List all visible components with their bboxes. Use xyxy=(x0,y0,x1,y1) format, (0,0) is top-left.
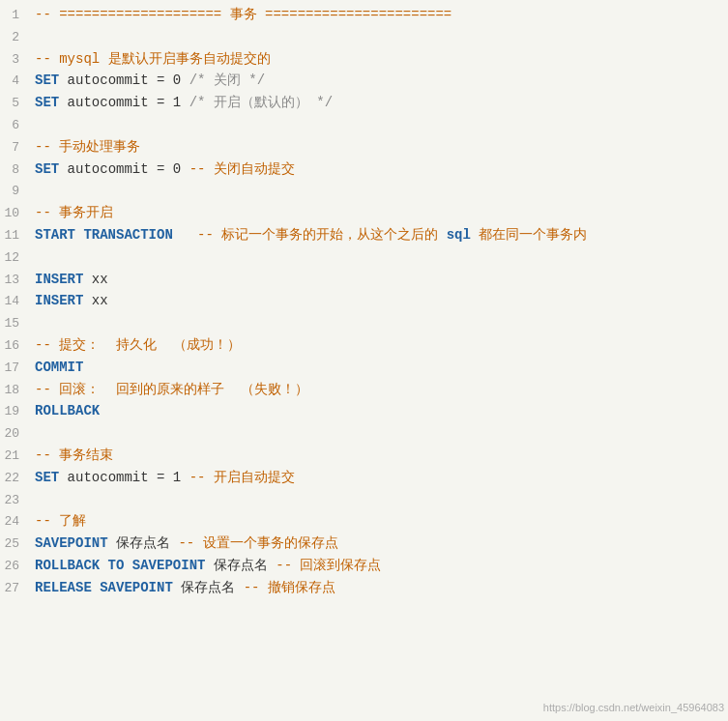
line-content: RELEASE SAVEPOINT 保存点名 -- 撤销保存点 xyxy=(31,577,728,598)
line-content: COMMIT xyxy=(31,357,728,378)
line-number: 18 xyxy=(0,381,31,401)
token: ROLLBACK TO SAVEPOINT xyxy=(35,558,205,573)
line-content xyxy=(31,26,728,47)
line-number: 25 xyxy=(0,534,31,555)
code-line: 17COMMIT xyxy=(0,357,728,379)
line-content: -- 提交： 持久化 （成功！） xyxy=(31,334,728,356)
code-line: 8SET autocommit = 0 -- 关闭自动提交 xyxy=(0,159,728,181)
token: RELEASE SAVEPOINT xyxy=(35,580,173,595)
line-number: 7 xyxy=(0,138,31,159)
line-number: 23 xyxy=(0,491,31,511)
line-content: -- ==================== 事务 =============… xyxy=(31,4,728,25)
line-number: 20 xyxy=(0,424,31,445)
line-number: 4 xyxy=(0,72,31,92)
token: -- mysql 是默认开启事务自动提交的 xyxy=(35,51,271,67)
code-line: 1-- ==================== 事务 ============… xyxy=(0,4,728,26)
line-number: 26 xyxy=(0,557,31,577)
line-content: ROLLBACK TO SAVEPOINT 保存点名 -- 回滚到保存点 xyxy=(31,555,728,576)
token: 保存点名 xyxy=(108,535,179,551)
line-number: 13 xyxy=(0,271,31,291)
line-content xyxy=(31,422,728,444)
line-number: 6 xyxy=(0,116,31,136)
line-number: 19 xyxy=(0,402,31,422)
code-line: 26ROLLBACK TO SAVEPOINT 保存点名 -- 回滚到保存点 xyxy=(0,555,728,577)
code-line: 18-- 回滚： 回到的原来的样子 （失败！） xyxy=(0,379,728,401)
line-number: 15 xyxy=(0,314,31,334)
code-line: 2 xyxy=(0,26,728,48)
line-number: 24 xyxy=(0,512,31,533)
token: autocommit = 1 xyxy=(59,470,189,485)
token: SET xyxy=(35,72,59,88)
code-editor: 1-- ==================== 事务 ============… xyxy=(0,0,728,721)
token: /* 开启（默认的） */ xyxy=(189,95,333,110)
line-number: 3 xyxy=(0,50,31,71)
token: -- 标记一个事务的开始，从这个之后的 xyxy=(173,227,447,243)
code-line: 24-- 了解 xyxy=(0,510,728,533)
token: /* 关闭 */ xyxy=(189,72,265,88)
line-content: SET autocommit = 1 -- 开启自动提交 xyxy=(31,467,728,488)
token: autocommit = 1 xyxy=(59,95,189,110)
token: INSERT xyxy=(35,293,83,308)
line-content: START TRANSACTION -- 标记一个事务的开始，从这个之后的 sq… xyxy=(31,224,728,245)
code-line: 7-- 手动处理事务 xyxy=(0,136,728,159)
line-content: SET autocommit = 0 -- 关闭自动提交 xyxy=(31,159,728,180)
line-content: -- 回滚： 回到的原来的样子 （失败！） xyxy=(31,379,728,400)
code-line: 6 xyxy=(0,114,728,136)
code-line: 15 xyxy=(0,312,728,334)
token: -- 撤销保存点 xyxy=(244,580,335,595)
token: ROLLBACK xyxy=(35,403,100,418)
token: -- 回滚： 回到的原来的样子 （失败！） xyxy=(35,382,308,397)
token: -- 设置一个事务的保存点 xyxy=(178,535,337,551)
line-number: 27 xyxy=(0,579,31,599)
line-number: 1 xyxy=(0,6,31,26)
code-line: 13INSERT xx xyxy=(0,269,728,291)
token: -- 回滚到保存点 xyxy=(276,558,381,573)
code-line: 19ROLLBACK xyxy=(0,400,728,422)
line-content: INSERT xx xyxy=(31,269,728,290)
token: START TRANSACTION xyxy=(35,227,173,243)
token: SET xyxy=(35,95,59,110)
line-content: SET autocommit = 0 /* 关闭 */ xyxy=(31,70,728,91)
token: SAVEPOINT xyxy=(35,535,108,551)
code-line: 9 xyxy=(0,180,728,202)
line-content xyxy=(31,246,728,268)
token: INSERT xyxy=(35,272,83,287)
line-number: 2 xyxy=(0,28,31,48)
line-number: 14 xyxy=(0,292,31,312)
code-line: 11START TRANSACTION -- 标记一个事务的开始，从这个之后的 … xyxy=(0,224,728,246)
line-content xyxy=(31,180,728,201)
line-content: -- 手动处理事务 xyxy=(31,136,728,158)
token: -- 关闭自动提交 xyxy=(189,161,295,177)
line-number: 12 xyxy=(0,248,31,269)
token: SET xyxy=(35,470,59,485)
token: -- 手动处理事务 xyxy=(35,139,140,155)
line-content xyxy=(31,114,728,135)
line-number: 8 xyxy=(0,160,31,181)
line-number: 17 xyxy=(0,359,31,379)
token: sql xyxy=(447,227,471,243)
line-number: 5 xyxy=(0,94,31,114)
token: -- 提交： 持久化 （成功！） xyxy=(35,337,241,353)
code-line: 4SET autocommit = 0 /* 关闭 */ xyxy=(0,70,728,92)
code-line: 16-- 提交： 持久化 （成功！） xyxy=(0,334,728,357)
line-content: ROLLBACK xyxy=(31,400,728,421)
token: 保存点名 xyxy=(173,580,244,595)
code-line: 25SAVEPOINT 保存点名 -- 设置一个事务的保存点 xyxy=(0,533,728,555)
token: xx xyxy=(83,293,107,308)
line-content xyxy=(31,489,728,510)
code-line: 27RELEASE SAVEPOINT 保存点名 -- 撤销保存点 xyxy=(0,577,728,599)
line-number: 22 xyxy=(0,469,31,489)
code-line: 3-- mysql 是默认开启事务自动提交的 xyxy=(0,48,728,71)
line-number: 10 xyxy=(0,204,31,224)
token: autocommit = 0 xyxy=(59,72,189,88)
line-number: 11 xyxy=(0,226,31,246)
code-line: 14INSERT xx xyxy=(0,290,728,312)
code-line: 21-- 事务结束 xyxy=(0,445,728,467)
line-content: INSERT xx xyxy=(31,290,728,311)
line-number: 16 xyxy=(0,336,31,357)
line-number: 21 xyxy=(0,447,31,467)
watermark: https://blog.csdn.net/weixin_45964083 xyxy=(543,700,724,717)
token: -- 了解 xyxy=(35,513,86,529)
line-content: -- 了解 xyxy=(31,510,728,532)
token: -- 事务开启 xyxy=(35,205,113,220)
